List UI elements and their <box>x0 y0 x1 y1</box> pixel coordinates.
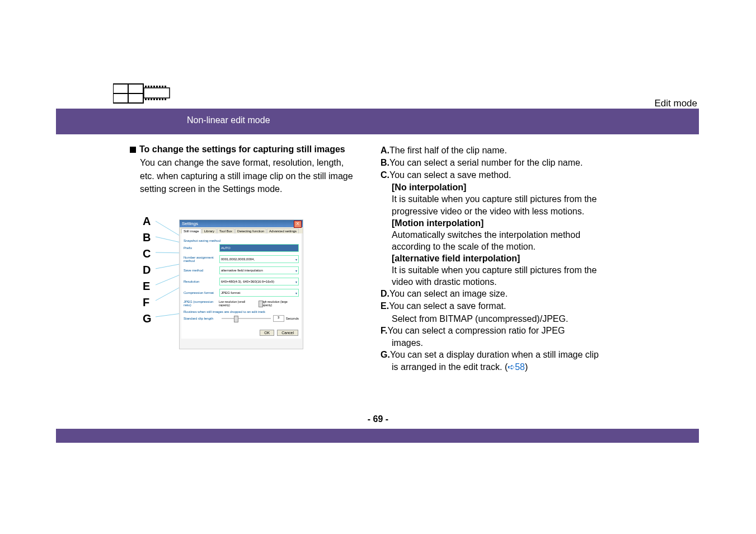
svg-rect-10 <box>162 86 163 87</box>
item-e-sub: Select from BITMAP (uncompressed)/JPEG. <box>392 313 704 325</box>
svg-rect-12 <box>145 99 147 100</box>
arrow-right-icon: ➪ <box>508 362 515 372</box>
svg-rect-14 <box>151 99 152 100</box>
dialog-body: Snapshot saving method PrefixAUTO Number… <box>181 233 301 339</box>
item-f-label: F. <box>381 326 387 335</box>
footer-bar <box>56 429 699 443</box>
item-a-label: A. <box>381 146 389 155</box>
item-e-label: E. <box>381 301 389 311</box>
header-mode-label: Edit mode <box>654 98 697 109</box>
tab-still-image[interactable]: Still image <box>181 228 201 233</box>
dialog-tabs: Still imageLibraryTool BoxDetecting func… <box>180 227 303 233</box>
callout-g: G <box>143 313 152 324</box>
ok-button[interactable]: OK <box>260 330 274 336</box>
left-para-1: You can change the save format, resoluti… <box>140 157 354 169</box>
callout-a: A <box>143 216 152 227</box>
prefix-input[interactable]: AUTO <box>219 244 299 252</box>
settings-dialog: Settings X Still imageLibraryTool BoxDet… <box>179 219 303 349</box>
chevron-down-icon: ▾ <box>295 280 297 284</box>
jpeg-high-label: High resolution (large capacity) <box>261 300 299 307</box>
svg-rect-17 <box>159 99 161 100</box>
tab-advanced[interactable]: Advanced settings <box>267 228 299 233</box>
std-clip-value[interactable]: 3 <box>273 315 284 322</box>
std-clip-slider[interactable] <box>222 318 271 319</box>
dialog-titlebar: Settings X <box>180 220 303 227</box>
number-select[interactable]: 0001,0002,0003,0004,▾ <box>219 255 299 263</box>
item-b-label: B. <box>381 158 389 167</box>
alt-interp-heading: [alternative field interpolation] <box>392 252 704 264</box>
resolution-label: Resolution <box>184 280 219 283</box>
callout-d: D <box>143 264 152 275</box>
item-f-sub: images. <box>392 337 704 349</box>
motion-interp-heading: [Motion interpolation] <box>392 217 704 229</box>
tab-library[interactable]: Library <box>202 228 217 233</box>
compression-select[interactable]: JPEG format▾ <box>219 289 299 297</box>
callout-c: C <box>143 248 152 259</box>
svg-rect-15 <box>153 99 155 100</box>
svg-rect-13 <box>148 99 149 100</box>
number-label: Number assignment method <box>184 256 219 263</box>
item-c-label: C. <box>381 170 389 180</box>
item-e-text: You can select a save format. <box>389 301 506 311</box>
svg-rect-11 <box>165 86 166 87</box>
svg-rect-9 <box>159 86 161 87</box>
std-clip-label: Standard clip length <box>184 317 219 320</box>
resolution-select[interactable]: 640×480(4:3), 640×360(16:9=16x9)▾ <box>219 278 299 285</box>
page-link-58[interactable]: 58 <box>515 362 525 372</box>
item-g-text: You can set a display duration when a st… <box>390 350 599 359</box>
save-method-select[interactable]: alternative field interpolation▾ <box>219 266 299 274</box>
item-d-text: You can select an image size. <box>389 289 508 298</box>
tab-toolbox[interactable]: Tool Box <box>217 228 234 233</box>
banner-text: Non-linear edit mode <box>187 115 270 125</box>
prefix-label: Prefix <box>184 246 219 250</box>
no-interp-line1: It is suitable when you capture still pi… <box>392 193 704 205</box>
square-bullet-icon <box>130 147 136 153</box>
item-b-text: You can select a serial number for the c… <box>389 158 583 167</box>
svg-rect-18 <box>162 99 163 100</box>
svg-rect-19 <box>165 99 166 100</box>
alt-interp-line2: video with drastic motions. <box>392 276 704 288</box>
item-g-label: G. <box>381 350 390 359</box>
page-number: - 69 - <box>0 414 756 424</box>
section-snapshot: Snapshot saving method <box>184 239 299 242</box>
banner-bar <box>56 109 699 134</box>
svg-rect-6 <box>151 86 152 87</box>
left-heading-text: To change the settings for capturing sti… <box>139 144 345 154</box>
item-f-text: You can select a compression ratio for J… <box>387 326 565 335</box>
save-method-label: Save method <box>184 269 219 272</box>
svg-rect-8 <box>156 86 158 87</box>
no-interp-line2: progressive video or the video with less… <box>392 205 704 217</box>
motion-interp-line2: according to the scale of the motion. <box>392 241 704 252</box>
std-clip-unit: Seconds <box>286 317 299 320</box>
alt-interp-line1: It is suitable when you capture still pi… <box>392 264 704 276</box>
compression-label: Compression format <box>184 291 219 294</box>
tab-detecting[interactable]: Detecting function <box>235 228 266 233</box>
jpeg-ratio-label: JPEG (compression ratio) <box>184 300 219 307</box>
svg-rect-5 <box>148 86 149 87</box>
section-routines: Routines when still images are dropped t… <box>184 310 299 313</box>
jpeg-low-label: Low resolution (small capacity) <box>219 300 256 307</box>
svg-rect-7 <box>153 86 155 87</box>
svg-rect-4 <box>145 86 147 87</box>
item-d-label: D. <box>381 289 389 298</box>
callout-f: F <box>143 297 152 308</box>
no-interp-heading: [No interpolation] <box>392 181 704 193</box>
item-g-line2: is arranged in the edit track. (➪58) <box>392 361 704 373</box>
left-para-3: setting screen in the Settings mode. <box>140 183 354 195</box>
chevron-down-icon: ▾ <box>295 257 297 261</box>
callout-b: B <box>143 232 152 243</box>
left-column: To change the settings for capturing sti… <box>130 144 354 196</box>
svg-rect-16 <box>156 99 158 100</box>
right-column: A.The first half of the clip name. B.You… <box>381 144 704 373</box>
cancel-button[interactable]: Cancel <box>277 330 298 336</box>
left-para-2: etc. when capturing a still image clip o… <box>140 170 354 182</box>
callout-letters: A B C D E F G <box>143 216 152 329</box>
motion-interp-line1: Automatically switches the interpolation… <box>392 229 704 241</box>
callout-e: E <box>143 280 152 292</box>
dialog-close-button[interactable]: X <box>294 221 302 228</box>
dialog-title-text: Settings <box>182 221 198 226</box>
item-c-text: You can select a save method. <box>389 170 511 180</box>
chevron-down-icon: ▾ <box>295 269 297 273</box>
left-heading: To change the settings for capturing sti… <box>130 144 354 154</box>
filmstrip-icon <box>113 79 172 110</box>
